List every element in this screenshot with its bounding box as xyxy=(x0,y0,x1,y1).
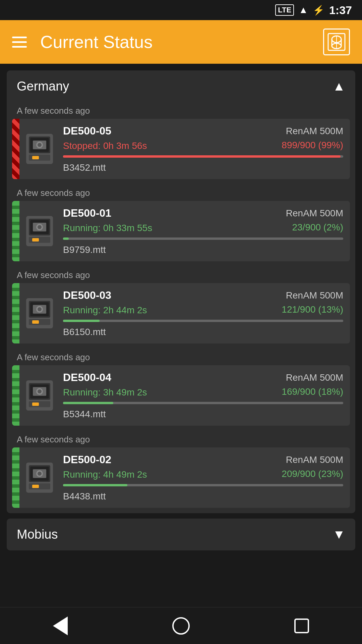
progress-bar-fill xyxy=(63,320,100,322)
status-bar: LTE ▲ ⚡ 1:37 xyxy=(0,0,362,20)
device-status: Running: 0h 33m 55s xyxy=(63,223,152,233)
device-file: B3452.mtt xyxy=(63,162,343,173)
device-name: DE500-01 xyxy=(63,207,111,219)
mobius-chevron-icon: ▼ xyxy=(333,527,345,542)
device-image xyxy=(19,201,60,261)
back-button[interactable] xyxy=(49,614,72,638)
app-logo xyxy=(323,29,350,55)
battery-icon: ⚡ xyxy=(313,5,324,16)
mobius-section: Mobius ▼ xyxy=(7,519,355,550)
device-info-de500-02: DE500-02 RenAM 500M Running: 4h 49m 2s 2… xyxy=(60,447,350,508)
device-item-de500-01[interactable]: DE500-01 RenAM 500M Running: 0h 33m 55s … xyxy=(12,201,350,261)
device-info-middle: Running: 2h 44m 2s 121/900 (13%) xyxy=(63,304,343,316)
device-info-de500-03: DE500-03 RenAM 500M Running: 2h 44m 2s 1… xyxy=(60,283,350,343)
progress-bar-container xyxy=(63,402,343,404)
mobius-section-header[interactable]: Mobius ▼ xyxy=(7,519,355,550)
progress-bar-container xyxy=(63,484,343,486)
device-status: Running: 3h 49m 2s xyxy=(63,387,147,398)
status-stripe-running xyxy=(12,201,19,261)
svg-point-21 xyxy=(38,225,42,229)
device-timestamp-4: A few seconds ago xyxy=(7,431,355,447)
svg-rect-41 xyxy=(29,483,50,489)
device-info-top: DE500-01 RenAM 500M xyxy=(63,207,343,219)
device-model: RenAM 500M xyxy=(286,126,343,137)
device-info-middle: Running: 0h 33m 55s 23/900 (2%) xyxy=(63,221,343,233)
progress-bar-container xyxy=(63,237,343,240)
device-file: B4438.mtt xyxy=(63,491,343,502)
svg-point-37 xyxy=(38,389,42,393)
device-timestamp-2: A few seconds ago xyxy=(7,267,355,283)
device-item-de500-03[interactable]: DE500-03 RenAM 500M Running: 2h 44m 2s 1… xyxy=(12,283,350,343)
time-display: 1:37 xyxy=(329,4,352,17)
mobius-section-title: Mobius xyxy=(17,527,58,542)
app-bar: Current Status xyxy=(0,20,362,64)
device-status: Running: 2h 44m 2s xyxy=(63,305,147,316)
device-image xyxy=(19,447,60,508)
home-button[interactable] xyxy=(169,614,193,638)
device-name: DE500-03 xyxy=(63,289,111,302)
svg-rect-17 xyxy=(29,237,50,243)
device-timestamp-1: A few seconds ago xyxy=(7,184,355,201)
progress-bar-fill xyxy=(63,402,113,404)
device-info-top: DE500-02 RenAM 500M xyxy=(63,453,343,466)
progress-bar-container xyxy=(63,155,343,158)
svg-point-13 xyxy=(38,143,42,147)
status-stripe-running xyxy=(12,365,19,426)
status-icons: LTE ▲ ⚡ 1:37 xyxy=(275,4,352,17)
germany-section-header[interactable]: Germany ▲ xyxy=(7,70,355,102)
svg-rect-18 xyxy=(32,238,39,241)
device-item-de500-05[interactable]: DE500-05 RenAM 500M Stopped: 0h 3m 56s 8… xyxy=(12,119,350,179)
device-image xyxy=(19,119,60,179)
device-image xyxy=(19,365,60,426)
device-progress: 899/900 (99%) xyxy=(282,140,343,151)
recents-icon xyxy=(294,619,309,633)
device-name: DE500-02 xyxy=(63,453,111,466)
device-info-de500-04: DE500-04 RenAM 500M Running: 3h 49m 2s 1… xyxy=(60,365,350,426)
device-name: DE500-04 xyxy=(63,371,111,384)
device-item-de500-02[interactable]: DE500-02 RenAM 500M Running: 4h 49m 2s 2… xyxy=(12,447,350,508)
device-name: DE500-05 xyxy=(63,125,111,137)
back-icon xyxy=(53,616,68,635)
device-item-de500-04[interactable]: DE500-04 RenAM 500M Running: 3h 49m 2s 1… xyxy=(12,365,350,426)
signal-icon: ▲ xyxy=(299,5,308,15)
device-info-middle: Running: 4h 49m 2s 209/900 (23%) xyxy=(63,468,343,480)
germany-chevron-icon: ▲ xyxy=(333,79,345,94)
svg-rect-26 xyxy=(32,320,39,324)
device-timestamp-0: A few seconds ago xyxy=(7,102,355,119)
germany-section: Germany ▲ A few seconds ago xyxy=(7,70,355,513)
progress-bar-fill xyxy=(63,484,127,486)
device-timestamp-3: A few seconds ago xyxy=(7,349,355,365)
device-info-middle: Running: 3h 49m 2s 169/900 (18%) xyxy=(63,386,343,398)
device-status: Stopped: 0h 3m 56s xyxy=(63,141,147,151)
home-icon xyxy=(172,617,190,635)
device-info-top: DE500-03 RenAM 500M xyxy=(63,289,343,302)
svg-rect-34 xyxy=(32,402,39,406)
svg-rect-10 xyxy=(32,156,39,159)
svg-rect-33 xyxy=(29,401,50,407)
device-info-de500-01: DE500-01 RenAM 500M Running: 0h 33m 55s … xyxy=(60,201,350,261)
device-file: B6150.mtt xyxy=(63,327,343,337)
device-file: B5344.mtt xyxy=(63,409,343,420)
recents-button[interactable] xyxy=(290,614,313,638)
device-model: RenAM 500M xyxy=(286,454,343,465)
device-model: RenAM 500M xyxy=(286,372,343,383)
device-info-middle: Stopped: 0h 3m 56s 899/900 (99%) xyxy=(63,139,343,151)
progress-bar-container xyxy=(63,320,343,322)
device-model: RenAM 500M xyxy=(286,208,343,219)
device-info-de500-05: DE500-05 RenAM 500M Stopped: 0h 3m 56s 8… xyxy=(60,119,350,179)
status-stripe-stopped xyxy=(12,119,19,179)
page-title: Current Status xyxy=(40,32,153,52)
status-stripe-running xyxy=(12,283,19,343)
device-status: Running: 4h 49m 2s xyxy=(63,469,147,480)
germany-section-title: Germany xyxy=(17,79,69,94)
progress-bar-fill xyxy=(63,155,341,158)
device-image xyxy=(19,283,60,343)
device-file: B9759.mtt xyxy=(63,245,343,255)
menu-button[interactable] xyxy=(12,37,27,48)
lte-icon: LTE xyxy=(275,4,294,16)
svg-point-29 xyxy=(38,307,42,311)
device-model: RenAM 500M xyxy=(286,290,343,301)
device-info-top: DE500-04 RenAM 500M xyxy=(63,371,343,384)
app-bar-left: Current Status xyxy=(12,32,153,52)
progress-bar-fill xyxy=(63,237,69,240)
